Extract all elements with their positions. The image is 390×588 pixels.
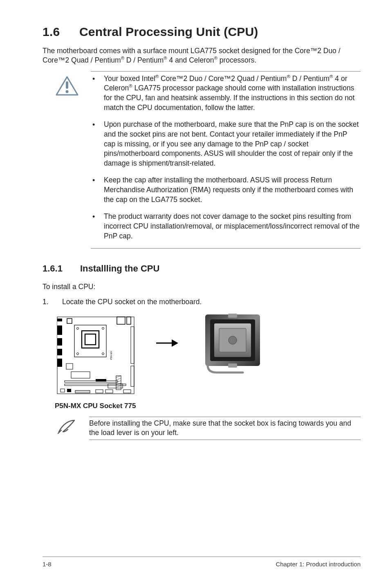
svg-point-17: [77, 328, 79, 330]
svg-line-37: [116, 386, 121, 387]
cpu-socket-photo: [198, 311, 267, 379]
svg-point-18: [102, 328, 104, 330]
svg-point-19: [77, 353, 79, 355]
svg-rect-26: [67, 389, 71, 392]
svg-rect-12: [131, 366, 134, 386]
svg-rect-24: [65, 384, 126, 386]
svg-rect-14: [74, 325, 106, 357]
page-footer: 1-8 Chapter 1: Product introduction: [43, 560, 361, 568]
svg-point-2: [66, 90, 69, 93]
arrow-icon: [155, 338, 179, 351]
subsection-heading: 1.6.1Installling the CPU: [43, 263, 361, 275]
svg-rect-15: [82, 331, 99, 348]
svg-rect-29: [96, 390, 103, 393]
svg-rect-32: [116, 376, 121, 390]
svg-rect-10: [127, 317, 131, 324]
svg-rect-47: [228, 314, 237, 318]
section-heading: 1.6Central Processing Unit (CPU): [43, 24, 361, 40]
note-text: Before installing the CPU, make sure tha…: [89, 417, 361, 440]
svg-rect-1: [66, 81, 68, 89]
note-callout: Before installing the CPU, make sure tha…: [56, 417, 361, 440]
step-number: 1.: [43, 297, 52, 307]
lead-text: To install a CPU:: [43, 282, 361, 292]
step-text: Locate the CPU socket on the motherboard…: [62, 297, 202, 307]
caution-list: Your boxed Intel® Core™2 Duo / Core™2 Qu…: [89, 74, 361, 241]
step-1: 1. Locate the CPU socket on the motherbo…: [43, 297, 361, 307]
svg-rect-22: [71, 372, 90, 378]
svg-rect-9: [117, 317, 125, 324]
svg-line-34: [116, 378, 121, 380]
svg-rect-4: [57, 319, 62, 367]
diagram-caption: P5N-MX CPU Socket 775: [55, 402, 361, 411]
svg-rect-7: [57, 346, 62, 349]
svg-line-33: [116, 376, 121, 377]
svg-rect-6: [57, 335, 62, 338]
heading-title: Central Processing Unit (CPU): [79, 25, 258, 38]
svg-rect-23: [65, 381, 118, 382]
svg-rect-25: [61, 389, 65, 392]
svg-rect-5: [57, 321, 62, 325]
svg-point-20: [102, 353, 104, 355]
svg-rect-8: [57, 355, 62, 359]
caution-icon: [56, 74, 78, 248]
caution-item: The product warranty does not cover dama…: [89, 212, 361, 241]
svg-rect-30: [105, 390, 113, 393]
svg-rect-21: [66, 364, 73, 369]
subheading-title: Installling the CPU: [80, 263, 159, 274]
heading-number: 1.6: [43, 24, 79, 40]
svg-marker-41: [172, 339, 178, 347]
svg-rect-48: [228, 364, 237, 368]
caution-item: Keep the cap after installing the mother…: [89, 175, 361, 204]
caution-item: Upon purchase of the motherboard, make s…: [89, 120, 361, 168]
svg-line-35: [116, 381, 121, 382]
chapter-label: Chapter 1: Product introduction: [276, 560, 361, 568]
page-number: 1-8: [43, 560, 52, 568]
caution-item: Your boxed Intel® Core™2 Duo / Core™2 Qu…: [89, 74, 361, 113]
svg-rect-11: [131, 327, 134, 364]
subheading-number: 1.6.1: [43, 263, 80, 275]
svg-rect-16: [85, 334, 96, 345]
svg-rect-39: [96, 379, 106, 382]
caution-callout: Your boxed Intel® Core™2 Duo / Core™2 Qu…: [43, 71, 361, 249]
diagram-row: P5N-MX: [55, 314, 361, 399]
note-icon: [56, 417, 77, 439]
svg-rect-38: [108, 384, 123, 388]
svg-rect-28: [75, 391, 90, 393]
mobo-label: P5N-MX: [110, 351, 112, 360]
motherboard-diagram: P5N-MX: [55, 314, 137, 399]
svg-rect-31: [123, 390, 131, 393]
intro-paragraph: The motherboard comes with a surface mou…: [43, 46, 361, 65]
svg-rect-13: [67, 319, 72, 323]
svg-point-46: [229, 336, 237, 344]
